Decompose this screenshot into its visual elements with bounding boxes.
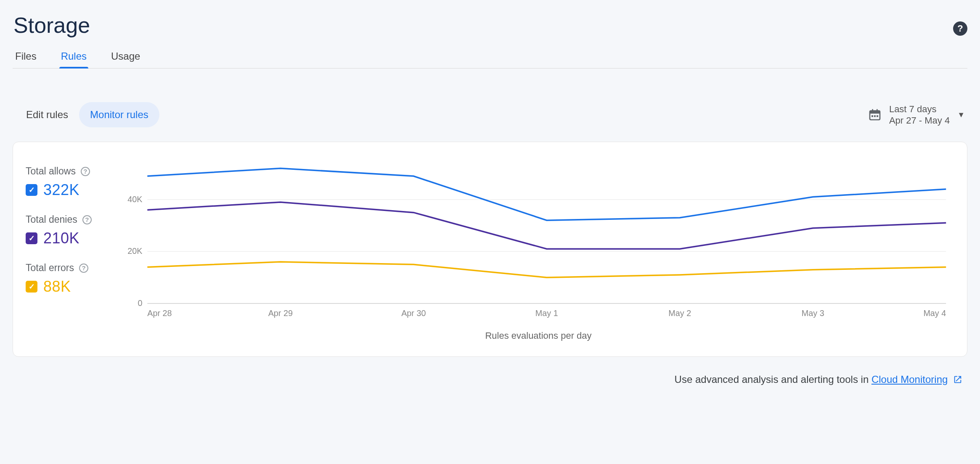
- date-range-label: Last 7 days: [889, 103, 950, 115]
- svg-text:Apr 28: Apr 28: [147, 308, 172, 318]
- help-icon[interactable]: ?: [79, 264, 88, 273]
- date-range-text: Last 7 days Apr 27 - May 4: [889, 103, 950, 127]
- svg-text:40K: 40K: [127, 195, 143, 204]
- legend-item-allows: Total allows ? ✓ 322K: [26, 166, 122, 199]
- legend-errors-label: Total errors: [26, 262, 74, 274]
- footer-note: Use advanced analysis and alerting tools…: [13, 374, 967, 385]
- page-title: Storage: [13, 13, 90, 38]
- date-range-value: Apr 27 - May 4: [889, 115, 950, 127]
- help-icon[interactable]: ?: [82, 215, 92, 224]
- svg-text:0: 0: [138, 298, 142, 308]
- mode-toggle: Edit rules Monitor rules: [15, 102, 159, 127]
- rules-line-chart: 020K40KApr 28Apr 29Apr 30May 1May 2May 3…: [122, 156, 954, 324]
- legend-allows-value: 322K: [43, 181, 79, 199]
- external-link-icon: [953, 375, 962, 384]
- help-icon[interactable]: ?: [953, 21, 967, 36]
- help-icon[interactable]: ?: [81, 167, 90, 176]
- chart-legend: Total allows ? ✓ 322K Total denies ? ✓ 2…: [26, 156, 122, 341]
- tab-rules[interactable]: Rules: [59, 49, 88, 68]
- mode-edit-rules[interactable]: Edit rules: [15, 102, 79, 127]
- svg-rect-5: [874, 115, 876, 117]
- legend-denies-label: Total denies: [26, 214, 77, 225]
- legend-item-denies: Total denies ? ✓ 210K: [26, 214, 122, 247]
- mode-monitor-rules[interactable]: Monitor rules: [79, 102, 159, 127]
- chart-card: Total allows ? ✓ 322K Total denies ? ✓ 2…: [13, 142, 967, 357]
- cloud-monitoring-link[interactable]: Cloud Monitoring: [871, 374, 948, 385]
- footer-text: Use advanced analysis and alerting tools…: [675, 374, 871, 385]
- svg-text:May 3: May 3: [802, 308, 824, 318]
- svg-text:May 1: May 1: [535, 308, 558, 318]
- calendar-icon: [868, 108, 882, 121]
- svg-rect-6: [877, 115, 878, 117]
- legend-errors-value: 88K: [43, 278, 71, 295]
- legend-denies-value: 210K: [43, 229, 79, 247]
- tab-files[interactable]: Files: [13, 49, 38, 68]
- svg-rect-1: [870, 111, 880, 114]
- tabbar: Files Rules Usage: [13, 49, 967, 69]
- chart-xlabel: Rules evaluations per day: [122, 330, 954, 341]
- svg-text:Apr 30: Apr 30: [401, 308, 426, 318]
- svg-text:Apr 29: Apr 29: [268, 308, 293, 318]
- legend-allows-checkbox[interactable]: ✓: [26, 184, 37, 196]
- date-range-picker[interactable]: Last 7 days Apr 27 - May 4 ▼: [868, 103, 965, 127]
- svg-rect-4: [871, 115, 873, 117]
- tab-usage[interactable]: Usage: [109, 49, 142, 68]
- svg-rect-2: [872, 109, 873, 112]
- legend-denies-checkbox[interactable]: ✓: [26, 232, 37, 244]
- svg-rect-3: [877, 109, 878, 112]
- legend-errors-checkbox[interactable]: ✓: [26, 281, 37, 293]
- svg-text:May 4: May 4: [923, 308, 946, 318]
- legend-allows-label: Total allows: [26, 166, 76, 177]
- legend-item-errors: Total errors ? ✓ 88K: [26, 262, 122, 295]
- chevron-down-icon: ▼: [957, 111, 965, 119]
- svg-text:May 2: May 2: [668, 308, 691, 318]
- svg-text:20K: 20K: [127, 246, 143, 256]
